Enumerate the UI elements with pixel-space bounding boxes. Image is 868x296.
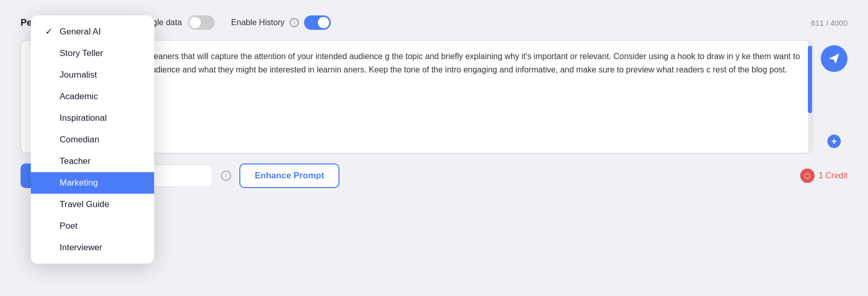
send-btn-wrapper: + bbox=[821, 40, 847, 153]
dropdown-item-comedian[interactable]: Comedian bbox=[31, 129, 154, 151]
dropdown-item-poet[interactable]: Poet bbox=[31, 215, 154, 237]
enable-history-toggle[interactable] bbox=[304, 15, 331, 30]
main-container: Personality Search latest Google data En… bbox=[0, 0, 868, 296]
dropdown-label-journalist: Journalist bbox=[60, 70, 97, 80]
dropdown-label-interviewer: Interviewer bbox=[60, 243, 102, 253]
dropdown-item-interviewer[interactable]: Interviewer bbox=[31, 237, 154, 258]
dropdown-label-story-teller: Story Teller bbox=[60, 48, 103, 59]
scrollbar[interactable] bbox=[808, 41, 812, 153]
dropdown-label-travel-guide: Travel Guide bbox=[60, 199, 109, 210]
dropdown-item-journalist[interactable]: Journalist bbox=[31, 64, 154, 86]
add-button[interactable]: + bbox=[827, 135, 841, 148]
dropdown-label-poet: Poet bbox=[60, 221, 78, 231]
dropdown-item-general-ai[interactable]: ✓ General AI bbox=[31, 21, 154, 43]
dropdown-label-general-ai: General AI bbox=[60, 27, 101, 37]
enable-history-label: Enable History bbox=[231, 18, 285, 27]
enable-history-info-icon[interactable]: i bbox=[290, 18, 299, 27]
dropdown-label-comedian: Comedian bbox=[60, 135, 100, 145]
dropdown-item-travel-guide[interactable]: Travel Guide bbox=[31, 194, 154, 215]
scroll-thumb[interactable] bbox=[808, 46, 812, 113]
credit-icon: ⬡ bbox=[800, 169, 815, 183]
dropdown-label-inspirational: Inspirational bbox=[60, 113, 107, 123]
check-mark-general-ai: ✓ bbox=[45, 26, 54, 37]
dropdown-item-story-teller[interactable]: Story Teller bbox=[31, 43, 154, 64]
dropdown-item-inspirational[interactable]: Inspirational bbox=[31, 107, 154, 129]
dropdown-label-marketing: Marketing bbox=[60, 178, 98, 188]
char-count: 611 / 4000 bbox=[811, 18, 847, 27]
send-icon bbox=[828, 52, 840, 65]
advanced-info-icon[interactable]: i bbox=[221, 171, 231, 181]
google-search-toggle[interactable] bbox=[188, 15, 215, 30]
credit-badge: ⬡ 1 Credit bbox=[800, 169, 847, 183]
credit-label: 1 Credit bbox=[819, 171, 847, 180]
personality-dropdown: ✓ General AI Story Teller Journalist Aca… bbox=[31, 15, 154, 264]
dropdown-label-teacher: Teacher bbox=[60, 156, 90, 166]
dropdown-label-academic: Academic bbox=[60, 91, 98, 102]
dropdown-item-academic[interactable]: Academic bbox=[31, 86, 154, 107]
enhance-prompt-button[interactable]: Enhance Prompt bbox=[239, 163, 339, 188]
send-button[interactable] bbox=[821, 45, 847, 72]
dropdown-item-marketing[interactable]: Marketing bbox=[31, 172, 154, 194]
dropdown-item-teacher[interactable]: Teacher bbox=[31, 151, 154, 172]
enable-history-section: Enable History i bbox=[231, 15, 331, 30]
